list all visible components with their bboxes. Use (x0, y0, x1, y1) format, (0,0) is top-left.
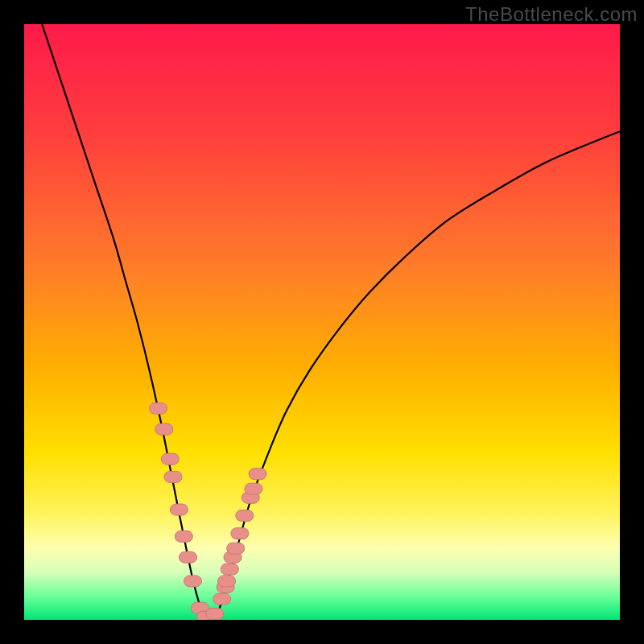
curve-layer (24, 24, 620, 620)
data-marker (206, 609, 224, 620)
data-marker (221, 564, 238, 575)
data-marker (170, 504, 188, 515)
watermark-text: TheBottleneck.com (465, 3, 638, 26)
data-marker (184, 576, 201, 587)
data-marker (245, 483, 262, 494)
data-marker (161, 453, 179, 464)
plot-area (24, 24, 620, 620)
data-marker (227, 543, 245, 554)
data-marker (150, 402, 167, 414)
data-marker (175, 530, 192, 542)
data-marker (236, 510, 254, 522)
bottleneck-curve (42, 24, 620, 620)
data-marker (180, 551, 197, 563)
data-marker (218, 576, 236, 587)
data-marker (249, 469, 266, 480)
data-marker (231, 528, 249, 539)
data-marker (213, 593, 231, 605)
data-marker (164, 471, 182, 482)
marker-group (150, 402, 267, 620)
chart-frame: TheBottleneck.com (0, 0, 644, 644)
data-marker (155, 423, 173, 435)
